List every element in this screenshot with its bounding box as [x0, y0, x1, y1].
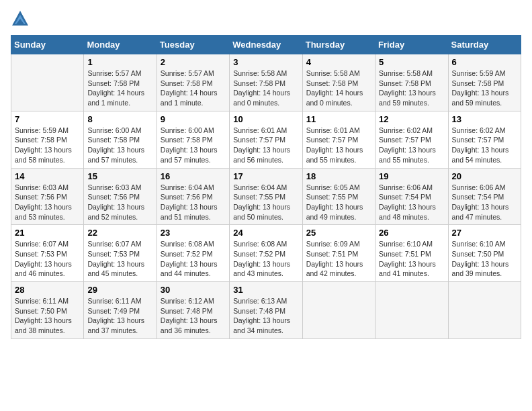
- calendar-cell: 10Sunrise: 6:01 AM Sunset: 7:57 PM Dayli…: [230, 111, 302, 168]
- day-info: Sunrise: 5:58 AM Sunset: 7:58 PM Dayligh…: [379, 68, 444, 108]
- day-info: Sunrise: 6:06 AM Sunset: 7:54 PM Dayligh…: [379, 183, 444, 222]
- day-info: Sunrise: 5:59 AM Sunset: 7:58 PM Dayligh…: [452, 68, 517, 108]
- weekday-header-monday: Monday: [84, 36, 157, 54]
- calendar-cell: 23Sunrise: 6:08 AM Sunset: 7:52 PM Dayli…: [157, 225, 229, 282]
- day-number: 13: [452, 114, 517, 124]
- calendar-cell: 2Sunrise: 5:57 AM Sunset: 7:58 PM Daylig…: [157, 54, 229, 111]
- calendar-cell: 12Sunrise: 6:02 AM Sunset: 7:57 PM Dayli…: [375, 111, 448, 168]
- weekday-header-wednesday: Wednesday: [230, 36, 302, 54]
- weekday-header-tuesday: Tuesday: [157, 36, 229, 54]
- day-number: 31: [233, 285, 298, 295]
- day-info: Sunrise: 6:00 AM Sunset: 7:58 PM Dayligh…: [87, 126, 152, 165]
- day-info: Sunrise: 5:58 AM Sunset: 7:58 PM Dayligh…: [306, 68, 371, 108]
- day-number: 14: [15, 171, 80, 181]
- calendar-cell: 1Sunrise: 5:57 AM Sunset: 7:58 PM Daylig…: [84, 54, 157, 111]
- calendar-cell: 22Sunrise: 6:07 AM Sunset: 7:53 PM Dayli…: [84, 225, 157, 282]
- calendar-week-4: 21Sunrise: 6:07 AM Sunset: 7:53 PM Dayli…: [11, 225, 521, 282]
- calendar-cell: 4Sunrise: 5:58 AM Sunset: 7:58 PM Daylig…: [302, 54, 375, 111]
- day-number: 1: [87, 57, 152, 67]
- calendar-cell: 7Sunrise: 5:59 AM Sunset: 7:58 PM Daylig…: [11, 111, 84, 168]
- day-info: Sunrise: 6:10 AM Sunset: 7:51 PM Dayligh…: [379, 239, 444, 279]
- calendar-cell: 17Sunrise: 6:04 AM Sunset: 7:55 PM Dayli…: [230, 168, 302, 225]
- calendar-cell: 25Sunrise: 6:09 AM Sunset: 7:51 PM Dayli…: [302, 225, 375, 282]
- weekday-header-saturday: Saturday: [448, 36, 521, 54]
- calendar-cell: 13Sunrise: 6:02 AM Sunset: 7:57 PM Dayli…: [448, 111, 521, 168]
- day-number: 30: [161, 285, 226, 295]
- calendar-cell: 16Sunrise: 6:04 AM Sunset: 7:56 PM Dayli…: [157, 168, 229, 225]
- day-info: Sunrise: 6:07 AM Sunset: 7:53 PM Dayligh…: [87, 239, 152, 279]
- weekday-header-friday: Friday: [375, 36, 448, 54]
- calendar-cell: 3Sunrise: 5:58 AM Sunset: 7:58 PM Daylig…: [230, 54, 302, 111]
- calendar-cell: 18Sunrise: 6:05 AM Sunset: 7:55 PM Dayli…: [302, 168, 375, 225]
- calendar-week-1: 1Sunrise: 5:57 AM Sunset: 7:58 PM Daylig…: [11, 54, 521, 111]
- calendar-cell: 27Sunrise: 6:10 AM Sunset: 7:50 PM Dayli…: [448, 225, 521, 282]
- calendar-cell: 6Sunrise: 5:59 AM Sunset: 7:58 PM Daylig…: [448, 54, 521, 111]
- day-number: 19: [379, 171, 444, 181]
- day-info: Sunrise: 6:11 AM Sunset: 7:49 PM Dayligh…: [87, 296, 152, 336]
- day-info: Sunrise: 6:02 AM Sunset: 7:57 PM Dayligh…: [452, 126, 517, 165]
- day-info: Sunrise: 6:01 AM Sunset: 7:57 PM Dayligh…: [306, 126, 371, 165]
- day-number: 15: [87, 171, 152, 181]
- day-number: 11: [306, 114, 371, 124]
- logo: [11, 11, 31, 28]
- day-info: Sunrise: 5:57 AM Sunset: 7:58 PM Dayligh…: [87, 68, 152, 108]
- day-info: Sunrise: 6:13 AM Sunset: 7:48 PM Dayligh…: [233, 296, 298, 336]
- day-info: Sunrise: 6:12 AM Sunset: 7:48 PM Dayligh…: [161, 296, 226, 336]
- day-number: 22: [87, 228, 152, 238]
- calendar-cell: 21Sunrise: 6:07 AM Sunset: 7:53 PM Dayli…: [11, 225, 84, 282]
- day-number: 12: [379, 114, 444, 124]
- calendar-cell: 24Sunrise: 6:08 AM Sunset: 7:52 PM Dayli…: [230, 225, 302, 282]
- calendar-cell: 29Sunrise: 6:11 AM Sunset: 7:49 PM Dayli…: [84, 282, 157, 339]
- day-number: 24: [233, 228, 298, 238]
- day-info: Sunrise: 6:06 AM Sunset: 7:54 PM Dayligh…: [452, 183, 517, 222]
- calendar-week-3: 14Sunrise: 6:03 AM Sunset: 7:56 PM Dayli…: [11, 168, 521, 225]
- day-number: 7: [15, 114, 80, 124]
- calendar-cell: 20Sunrise: 6:06 AM Sunset: 7:54 PM Dayli…: [448, 168, 521, 225]
- day-info: Sunrise: 5:58 AM Sunset: 7:58 PM Dayligh…: [233, 68, 298, 108]
- weekday-header-thursday: Thursday: [302, 36, 375, 54]
- calendar-week-5: 28Sunrise: 6:11 AM Sunset: 7:50 PM Dayli…: [11, 282, 521, 339]
- calendar-cell: 28Sunrise: 6:11 AM Sunset: 7:50 PM Dayli…: [11, 282, 84, 339]
- day-info: Sunrise: 6:08 AM Sunset: 7:52 PM Dayligh…: [233, 239, 298, 279]
- day-number: 6: [452, 57, 517, 67]
- calendar-cell: 9Sunrise: 6:00 AM Sunset: 7:58 PM Daylig…: [157, 111, 229, 168]
- day-number: 27: [452, 228, 517, 238]
- calendar-cell: 19Sunrise: 6:06 AM Sunset: 7:54 PM Dayli…: [375, 168, 448, 225]
- day-info: Sunrise: 6:09 AM Sunset: 7:51 PM Dayligh…: [306, 239, 371, 279]
- day-info: Sunrise: 6:03 AM Sunset: 7:56 PM Dayligh…: [87, 183, 152, 222]
- calendar-cell: [11, 54, 84, 111]
- calendar-cell: 15Sunrise: 6:03 AM Sunset: 7:56 PM Dayli…: [84, 168, 157, 225]
- calendar-table: SundayMondayTuesdayWednesdayThursdayFrid…: [11, 35, 521, 339]
- day-info: Sunrise: 6:00 AM Sunset: 7:58 PM Dayligh…: [161, 126, 226, 165]
- day-number: 4: [306, 57, 371, 67]
- day-number: 18: [306, 171, 371, 181]
- day-info: Sunrise: 6:04 AM Sunset: 7:56 PM Dayligh…: [161, 183, 226, 222]
- calendar-cell: [448, 282, 521, 339]
- calendar-cell: 14Sunrise: 6:03 AM Sunset: 7:56 PM Dayli…: [11, 168, 84, 225]
- calendar-cell: [302, 282, 375, 339]
- weekday-header-sunday: Sunday: [11, 36, 84, 54]
- day-number: 21: [15, 228, 80, 238]
- calendar-cell: 31Sunrise: 6:13 AM Sunset: 7:48 PM Dayli…: [230, 282, 302, 339]
- calendar-cell: [375, 282, 448, 339]
- day-number: 23: [161, 228, 226, 238]
- day-number: 25: [306, 228, 371, 238]
- day-info: Sunrise: 6:04 AM Sunset: 7:55 PM Dayligh…: [233, 183, 298, 222]
- day-info: Sunrise: 5:57 AM Sunset: 7:58 PM Dayligh…: [161, 68, 226, 108]
- day-info: Sunrise: 6:03 AM Sunset: 7:56 PM Dayligh…: [15, 183, 80, 222]
- day-number: 10: [233, 114, 298, 124]
- day-info: Sunrise: 6:11 AM Sunset: 7:50 PM Dayligh…: [15, 296, 80, 336]
- day-number: 8: [87, 114, 152, 124]
- day-number: 5: [379, 57, 444, 67]
- day-number: 20: [452, 171, 517, 181]
- day-info: Sunrise: 6:02 AM Sunset: 7:57 PM Dayligh…: [379, 126, 444, 165]
- weekday-header-row: SundayMondayTuesdayWednesdayThursdayFrid…: [11, 36, 521, 54]
- day-info: Sunrise: 6:10 AM Sunset: 7:50 PM Dayligh…: [452, 239, 517, 279]
- day-number: 16: [161, 171, 226, 181]
- day-number: 3: [233, 57, 298, 67]
- day-info: Sunrise: 5:59 AM Sunset: 7:58 PM Dayligh…: [15, 126, 80, 165]
- calendar-cell: 5Sunrise: 5:58 AM Sunset: 7:58 PM Daylig…: [375, 54, 448, 111]
- day-info: Sunrise: 6:08 AM Sunset: 7:52 PM Dayligh…: [161, 239, 226, 279]
- day-number: 17: [233, 171, 298, 181]
- day-info: Sunrise: 6:01 AM Sunset: 7:57 PM Dayligh…: [233, 126, 298, 165]
